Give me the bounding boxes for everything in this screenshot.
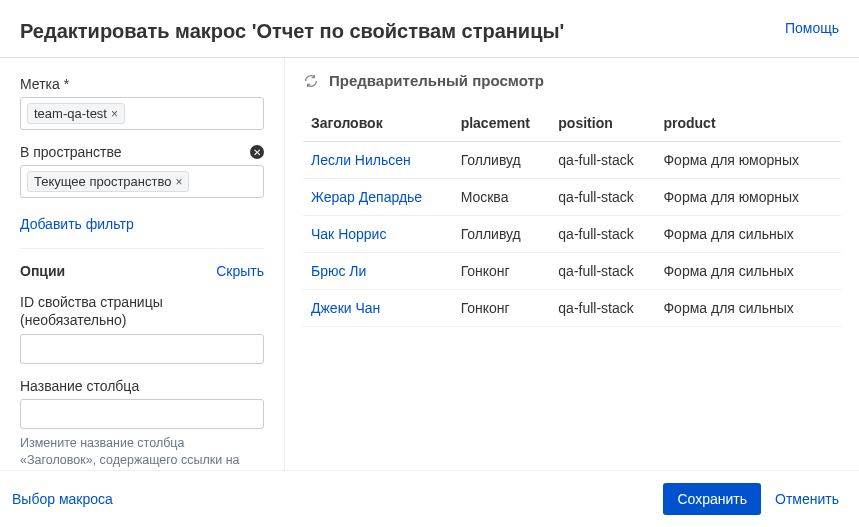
prop-id-input[interactable] <box>20 334 264 364</box>
cell-product: Форма для юморных <box>663 179 841 216</box>
space-token-text: Текущее пространство <box>34 174 171 189</box>
prop-id-label: ID свойства страницы (необязательно) <box>20 293 264 329</box>
save-button[interactable]: Сохранить <box>663 483 761 515</box>
label-field-label: Метка * <box>20 76 69 92</box>
col-header-position: position <box>558 105 663 142</box>
cell-title[interactable]: Жерар Депардье <box>303 179 461 216</box>
dialog-title: Редактировать макрос 'Отчет по свойствам… <box>20 20 564 43</box>
cell-placement: Голливуд <box>461 142 559 179</box>
cell-title[interactable]: Джеки Чан <box>303 290 461 327</box>
cell-position: qa-full-stack <box>558 179 663 216</box>
column-name-input[interactable] <box>20 399 264 429</box>
cell-placement: Гонконг <box>461 253 559 290</box>
dialog-footer: Выбор макроса Сохранить Отменить <box>0 470 859 527</box>
refresh-icon[interactable] <box>303 73 319 89</box>
help-link[interactable]: Помощь <box>785 20 839 36</box>
cell-position: qa-full-stack <box>558 216 663 253</box>
cell-product: Форма для юморных <box>663 142 841 179</box>
preview-table: Заголовок placement position product Лес… <box>303 105 841 327</box>
preview-pane: Предварительный просмотр Заголовок place… <box>285 58 859 470</box>
cell-position: qa-full-stack <box>558 290 663 327</box>
options-title: Опции <box>20 263 65 279</box>
cell-product: Форма для сильных <box>663 253 841 290</box>
label-token: team-qa-test × <box>27 103 125 124</box>
hide-options-link[interactable]: Скрыть <box>216 263 264 279</box>
cell-placement: Гонконг <box>461 290 559 327</box>
table-row: Лесли НильсенГолливудqa-full-stackФорма … <box>303 142 841 179</box>
remove-token-icon[interactable]: × <box>175 175 182 189</box>
sidebar-divider <box>20 248 264 249</box>
cell-title[interactable]: Лесли Нильсен <box>303 142 461 179</box>
table-row: Брюс ЛиГонконгqa-full-stackФорма для сил… <box>303 253 841 290</box>
sidebar: Метка * team-qa-test × В пространстве ✕ … <box>0 58 285 470</box>
cell-position: qa-full-stack <box>558 142 663 179</box>
cancel-button[interactable]: Отменить <box>775 491 839 507</box>
space-token: Текущее пространство × <box>27 171 189 192</box>
cell-product: Форма для сильных <box>663 290 841 327</box>
table-row: Чак НоррисГолливудqa-full-stackФорма для… <box>303 216 841 253</box>
table-row: Джеки ЧанГонконгqa-full-stackФорма для с… <box>303 290 841 327</box>
col-header-product: product <box>663 105 841 142</box>
remove-token-icon[interactable]: × <box>111 107 118 121</box>
label-token-input[interactable]: team-qa-test × <box>20 97 264 130</box>
column-name-label: Название столбца <box>20 378 264 394</box>
column-hint: Измените название столбца «Заголовок», с… <box>20 435 264 470</box>
space-token-input[interactable]: Текущее пространство × <box>20 165 264 198</box>
cell-product: Форма для сильных <box>663 216 841 253</box>
clear-space-icon[interactable]: ✕ <box>250 145 264 159</box>
cell-title[interactable]: Чак Норрис <box>303 216 461 253</box>
add-filter-link[interactable]: Добавить фильтр <box>20 216 264 232</box>
col-header-placement: placement <box>461 105 559 142</box>
col-header-title: Заголовок <box>303 105 461 142</box>
cell-title[interactable]: Брюс Ли <box>303 253 461 290</box>
cell-position: qa-full-stack <box>558 253 663 290</box>
preview-title: Предварительный просмотр <box>329 72 544 89</box>
cell-placement: Голливуд <box>461 216 559 253</box>
table-row: Жерар ДепардьеМоскваqa-full-stackФорма д… <box>303 179 841 216</box>
label-token-text: team-qa-test <box>34 106 107 121</box>
space-field-label: В пространстве <box>20 144 122 160</box>
cell-placement: Москва <box>461 179 559 216</box>
choose-macro-link[interactable]: Выбор макроса <box>12 491 113 507</box>
